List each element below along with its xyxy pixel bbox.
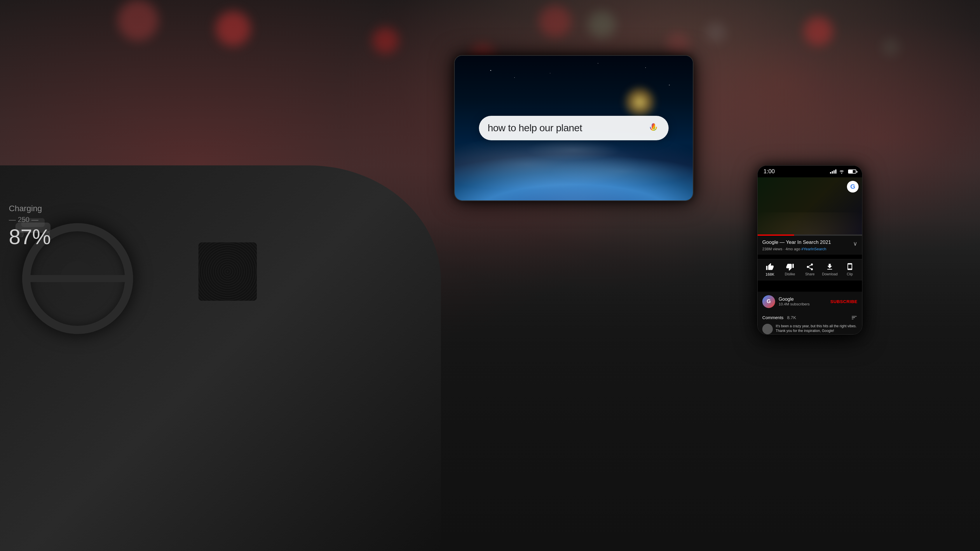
comments-header-left: Comments 8.7K: [762, 315, 796, 320]
bokeh-10: [588, 11, 616, 39]
channel-avatar[interactable]: G: [762, 295, 775, 308]
dislike-button[interactable]: Dislike: [780, 263, 800, 276]
search-bar[interactable]: how to help our planet: [479, 116, 668, 140]
channel-details: Google 10.4M subscribers: [779, 297, 810, 306]
like-count: 168K: [765, 272, 774, 276]
comments-header: Comments 8.7K: [762, 314, 858, 321]
car-screen-content: how to help our planet: [455, 56, 693, 200]
download-label: Download: [822, 272, 838, 276]
channel-left: G Google 10.4M subscribers: [762, 295, 810, 308]
download-button[interactable]: Download: [820, 263, 840, 276]
video-hashtag[interactable]: #YearInSearch: [802, 247, 826, 251]
subscribe-button[interactable]: SUBSCRIBE: [830, 299, 858, 304]
phone-video-info: Google — Year In Search 2021 ∨ 238M view…: [757, 236, 862, 255]
bokeh-3: [539, 6, 571, 38]
video-title: Google — Year In Search 2021 ∨: [762, 239, 858, 246]
phone-status-icons: [830, 169, 856, 174]
svg-rect-1: [21, 218, 45, 227]
channel-subscribers: 10.4M subscribers: [779, 302, 810, 306]
svg-point-2: [16, 231, 23, 237]
car-charge-panel: Charging — 250 — 87%: [9, 204, 51, 249]
car-silhouette: [10, 214, 56, 238]
bokeh-2: [372, 27, 399, 54]
phone-video-area[interactable]: Playing on car display G: [757, 177, 862, 236]
microphone-button[interactable]: [647, 122, 660, 135]
bokeh-8: [118, 0, 159, 41]
channel-info: G Google 10.4M subscribers SUBSCRIBE: [757, 292, 862, 311]
bokeh-6: [706, 22, 726, 43]
channel-name: Google: [779, 297, 810, 302]
comments-section: Comments 8.7K It's been a crazy year, bu…: [757, 311, 862, 335]
commenter-avatar: [762, 324, 773, 334]
comments-count: 8.7K: [787, 315, 796, 320]
share-button[interactable]: Share: [800, 263, 820, 276]
search-query-text: how to help our planet: [488, 122, 582, 133]
comment-text: It's been a crazy year, but this hits al…: [776, 324, 858, 334]
phone-status-bar: 1:00: [757, 166, 862, 177]
phone-time: 1:00: [764, 168, 775, 175]
signal-icon: [830, 170, 837, 173]
bokeh-1: [216, 11, 251, 46]
bokeh-4: [666, 33, 690, 56]
bokeh-5: [804, 17, 833, 46]
car-center-screen[interactable]: how to help our planet: [454, 55, 694, 201]
bokeh-7: [882, 38, 899, 56]
comments-title: Comments: [762, 315, 784, 320]
thumbnail-ground: [757, 212, 862, 236]
first-comment: It's been a crazy year, but this hits al…: [762, 324, 858, 334]
video-action-buttons: 168K Dislike Share Download Clip: [757, 259, 862, 280]
battery-icon: [848, 170, 856, 173]
wifi-icon: [839, 169, 845, 174]
interior-left-bg: [0, 165, 441, 551]
clip-label: Clip: [847, 272, 853, 276]
video-meta: 238M views · 4mo ago #YearInSearch: [762, 247, 858, 251]
collapse-icon[interactable]: ∨: [853, 240, 858, 247]
svg-point-3: [43, 231, 49, 237]
google-badge: G: [847, 181, 859, 192]
speaker-grille: [199, 242, 257, 301]
clip-button[interactable]: Clip: [840, 263, 860, 276]
phone-screen: 1:00 Playing on car display: [757, 165, 862, 335]
charging-label: Charging: [9, 204, 51, 213]
video-thumbnail: Playing on car display G: [757, 177, 862, 236]
steering-wheel-area: Charging — 250 — 87%: [0, 165, 441, 551]
sort-comments-icon[interactable]: [851, 314, 858, 321]
dislike-label: Dislike: [785, 272, 795, 276]
like-button[interactable]: 168K: [760, 263, 780, 276]
share-label: Share: [805, 272, 815, 276]
